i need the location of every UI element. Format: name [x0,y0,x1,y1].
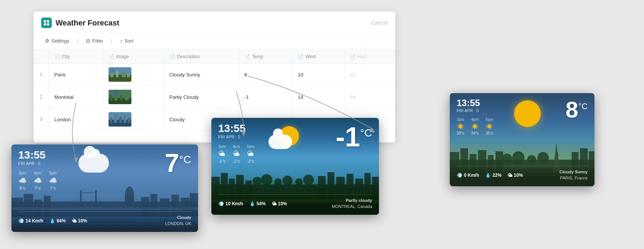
cloud-pct-icon: 🌥 [508,173,512,178]
svg-rect-3 [47,23,49,25]
svg-point-11 [118,68,122,72]
cell-wind[interactable]: 10 [292,63,344,86]
forecast-4pm: 4pm 🌥 -1°c [233,144,240,163]
col-wind[interactable]: 📄 Wind [292,50,344,63]
montreal-humidity: 💧 54% [249,201,266,206]
cell-wind[interactable]: 14 [292,86,344,108]
panel-header: Weather Forecast Cancel [34,11,395,32]
svg-rect-1 [47,20,49,22]
cloud-icon: ☁️ [34,176,42,185]
temp-5pm: 35°c [486,131,493,135]
cell-city[interactable]: Montréal [49,86,103,108]
time-3pm: 3pm [19,171,26,175]
sort-icon: ↕ [120,38,123,44]
london-city-label: Cloudy LONDON, UK [165,215,191,227]
montreal-weather-card: 13:55 FRI APR · 5 3pm 🌥 -1°c 4pm 🌥 -1°c … [211,118,379,215]
cloud-icon: 🌥 [219,150,225,158]
cell-city[interactable]: London [49,108,103,131]
paris-humidity: 💧 22% [485,173,502,178]
cell-temp[interactable]: -1 [239,86,292,108]
montreal-wind: 💨 10 Km/h [218,201,243,206]
montreal-main-temp: -1 °C [336,123,372,151]
svg-rect-24 [124,115,126,123]
cancel-button[interactable]: Cancel [371,20,388,26]
montreal-weather-icon [268,126,299,149]
paris-description: Cloudy Sunny [559,169,588,175]
cloud-icon: ☁️ [18,176,27,185]
london-humidity: 💧 84% [50,218,66,224]
paris-bottom-stats: 💨 0 Km/h 💧 22% 🌥 10% Cloudy Sunny PARIS,… [457,166,588,181]
forecast-3pm: 3pm ☀️ 33°c [457,117,464,135]
time-4pm: 4pm [471,117,478,122]
row-num: 1 [34,63,49,86]
svg-rect-2 [44,23,46,25]
filter-button[interactable]: ⊟ Filter [82,36,107,46]
temp-4pm: 34°c [471,131,479,135]
city-thumbnail [109,112,131,127]
sort-button[interactable]: ↕ Sort [116,36,137,46]
row-num: 3 [34,108,49,131]
cell-description[interactable]: Partly Cloudy [164,86,239,108]
doc-icon: 📄 [109,54,114,59]
forecast-5pm: 5pm 🌥 -2°c [247,144,254,163]
london-card-content: 13:55 FRI APR · 5 3pm ☁️ 8°c 4pm ☁️ 7°c … [11,144,198,232]
title-row: Weather Forecast [41,17,119,28]
city-thumbnail [109,67,131,82]
cell-temp[interactable]: 8 [239,63,292,86]
filter-icon: ⊟ [86,38,90,44]
cell-hum[interactable]: 22 [344,63,395,86]
paris-forecast: 3pm ☀️ 33°c 4pm ☀️ 34°c 5pm ☀️ 35°c [457,117,493,135]
svg-point-10 [110,69,115,73]
settings-button[interactable]: ⚙ Settings [41,36,73,46]
col-hum[interactable]: 📄 Hum [344,50,395,63]
col-city[interactable]: 📄 City [49,50,103,63]
humidity-icon: 💧 [249,201,255,206]
col-num [34,50,49,63]
table-row[interactable]: 1 Paris [34,63,395,86]
cell-image [103,86,164,108]
paris-cloud: 🌥 10% [508,173,523,178]
cell-city[interactable]: Paris [49,63,103,86]
sun-icon: ☀️ [486,123,493,130]
cell-description[interactable]: Cloudy Sunny [164,63,239,86]
wind-icon: 💨 [218,201,224,206]
table-row[interactable]: 2 Montréal [34,86,395,108]
paris-main-temp: 8 °C [566,98,588,121]
forecast-4pm: 4pm ☀️ 34°c [471,117,479,135]
london-thumb [109,112,131,127]
col-image[interactable]: 📄 Image [103,50,164,63]
temp-3pm: 8°c [19,186,26,190]
paris-weather-card: 13:55 FRI APR · 5 3pm ☀️ 33°c 4pm ☀️ 34°… [450,93,594,186]
time-4pm: 4pm [34,171,41,175]
col-description[interactable]: 📄 Description [164,50,239,63]
london-date: FRI APR · 5 [18,161,57,166]
doc-icon: 📄 [169,54,175,59]
paris-wind: 💨 0 Km/h [457,173,479,178]
svg-point-26 [110,114,113,118]
cloud-icon: 🌥 [233,150,240,158]
london-time: 13:55 [18,150,57,160]
table-header-row: 📄 City 📄 Image 📄 Description [34,50,395,63]
london-temp-unit: °C [179,154,191,166]
paris-date: FRI APR · 5 [457,108,493,113]
doc-icon: 📄 [244,54,250,59]
col-temp[interactable]: 📄 Temp [239,50,292,63]
london-cloud-icon [78,154,109,173]
temp-3pm: 33°c [457,131,464,135]
forecast-item-5pm: 5pm ☁️ 7°c [49,171,57,190]
time-5pm: 5pm [49,171,56,175]
doc-icon: 📄 [54,54,60,59]
svg-rect-7 [116,71,118,77]
humidity-icon: 💧 [485,173,491,178]
row-num: 2 [34,86,49,108]
montreal-city: MONTREAL, Canada [332,204,372,209]
sun-icon: ☀️ [471,123,479,130]
montreal-card-content: 13:55 FRI APR · 5 3pm 🌥 -1°c 4pm 🌥 -1°c … [211,118,379,215]
montreal-city-label: Partly cloudy MONTREAL, Canada [332,198,372,209]
cell-hum[interactable]: 54 [344,86,395,108]
montreal-forecast: 3pm 🌥 -1°c 4pm 🌥 -1°c 5pm 🌥 -2°c [218,144,254,163]
time-5pm: 5pm [486,117,493,122]
separator-2: | [109,38,114,44]
montreal-cloud: 🌥 10% [272,201,287,206]
separator-1: | [75,38,80,44]
